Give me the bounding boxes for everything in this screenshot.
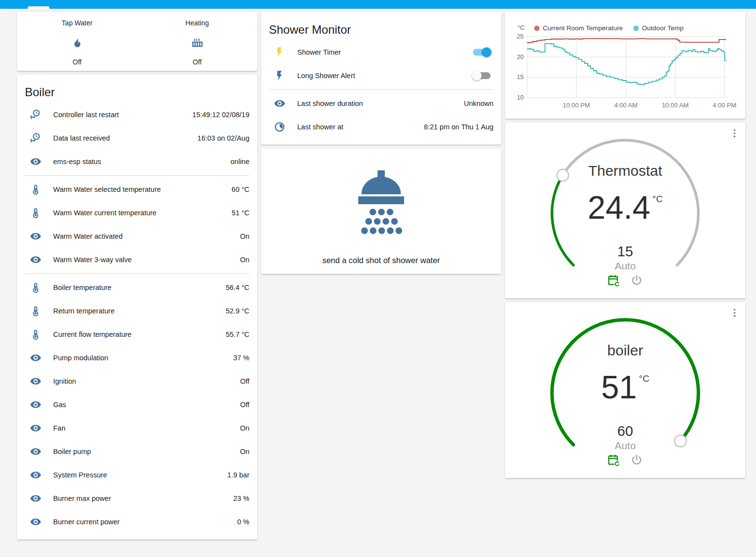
entity-value: 60 °C [232, 186, 249, 193]
x-tick-label: 10:00 AM [662, 102, 689, 109]
glance-item-tap-water[interactable]: Tap WaterOff [17, 19, 137, 66]
toggle-shower-timer[interactable] [473, 49, 490, 56]
entity-label: Ignition [53, 377, 240, 385]
glance-card: Tap WaterOffHeatingOff [17, 12, 257, 71]
radiator-icon [191, 37, 204, 49]
divider [25, 273, 249, 274]
entity-row-pump-modulation[interactable]: Pump modulation37 % [25, 346, 249, 370]
entity-label: Data last received [53, 134, 198, 142]
divider [25, 175, 249, 176]
toggle-long-shower-alert[interactable] [473, 72, 490, 79]
eye-icon [30, 422, 41, 434]
entity-row-last-shower-duration[interactable]: Last shower durationUnknown [269, 92, 493, 115]
y-axis-unit-label: °C [517, 24, 525, 31]
boiler-entity-rows: Controller last restart15:49:12 02/08/19… [17, 101, 257, 539]
power-icon[interactable] [630, 274, 643, 287]
entity-row-warm-water-current-temperature[interactable]: Warm Water current temperature51 °C [25, 201, 249, 225]
x-tick-label: 10:00 PM [563, 102, 590, 109]
thermostat-card: Thermostat 24.4 °C 15 Auto [505, 123, 745, 298]
eye-icon [30, 493, 41, 504]
entity-row-long-shower-alert[interactable]: Long Shower Alert [269, 64, 493, 87]
entity-row-warm-water-activated[interactable]: Warm Water activatedOn [25, 225, 249, 248]
thermostat-target-temp: 15 [547, 244, 703, 260]
entity-row-last-shower-at[interactable]: Last shower at8:21 pm on Thu 1 Aug [269, 115, 493, 139]
boiler-current-temp: 51 [601, 367, 637, 409]
boiler-unit: °C [639, 373, 649, 384]
y-tick-label: 15 [517, 74, 524, 81]
entity-row-fan[interactable]: FanOn [25, 416, 249, 440]
entity-row-ignition[interactable]: IgnitionOff [25, 370, 249, 393]
legend-label: Current Room Temperature [543, 24, 623, 32]
entity-label: Warm Water 3-way valve [53, 256, 240, 264]
flash-icon [274, 70, 286, 82]
y-tick-label: 25 [517, 33, 524, 40]
shower-monitor-card: Shower Monitor Shower TimerLong Shower A… [261, 12, 501, 144]
y-tick-label: 10 [517, 94, 524, 101]
entity-value: 1.9 bar [227, 471, 249, 479]
thermometer-icon [30, 184, 41, 195]
shower-cold-shot-card[interactable]: send a cold shot of shower water [261, 148, 501, 274]
glance-item-heating[interactable]: HeatingOff [137, 19, 257, 66]
shower-monitor-title: Shower Monitor [261, 12, 501, 39]
toggle-knob[interactable] [482, 47, 491, 57]
series-line-outdoor-temp [527, 43, 726, 84]
entity-value: Off [240, 377, 249, 385]
entity-row-gas[interactable]: GasOff [25, 393, 249, 416]
entity-row-ems-esp-status[interactable]: ems-esp statusonline [25, 150, 249, 173]
eye-icon [30, 375, 41, 387]
entity-row-warm-water-3-way-valve[interactable]: Warm Water 3-way valveOn [25, 248, 249, 271]
entity-value: 37 % [233, 354, 249, 362]
entity-row-return-temperature[interactable]: Return temperature52.9 °C [25, 299, 249, 323]
entity-label: Long Shower Alert [297, 72, 473, 80]
toggle-knob[interactable] [472, 71, 482, 81]
entity-label: Gas [53, 401, 240, 409]
thermostat-current-temp: 24.4 [588, 187, 650, 229]
entity-label: Fan [53, 424, 240, 432]
entity-label: ems-esp status [53, 158, 230, 165]
entity-label: System Pressure [53, 471, 227, 479]
entity-row-burner-max-power[interactable]: Burner max power23 % [25, 487, 249, 510]
eye-icon [30, 516, 41, 528]
eye-icon [30, 230, 41, 242]
thermostat-unit: °C [653, 194, 663, 205]
more-options-icon[interactable] [729, 307, 740, 319]
entity-value: 56.4 °C [225, 284, 249, 291]
x-tick-label: 4:00 PM [713, 102, 736, 109]
entity-value: 52.9 °C [225, 307, 249, 315]
entity-label: Pump modulation [53, 354, 233, 362]
more-options-icon[interactable] [729, 127, 740, 139]
calendar-sync-icon[interactable] [607, 454, 620, 467]
entity-row-boiler-temperature[interactable]: Boiler temperature56.4 °C [25, 276, 249, 299]
boiler-target-temp: 60 [547, 423, 703, 439]
entity-row-warm-water-selected-temperature[interactable]: Warm Water selected temperature60 °C [25, 178, 249, 201]
entity-row-shower-timer[interactable]: Shower Timer [269, 41, 493, 64]
power-icon[interactable] [630, 454, 643, 467]
entity-value: On [240, 424, 249, 432]
divider [269, 89, 493, 90]
thermostat-title: Thermostat [547, 163, 703, 179]
fire-icon [71, 37, 83, 49]
entity-label: Current flow temperature [53, 330, 225, 338]
eye-icon [30, 156, 41, 167]
eye-icon [30, 446, 41, 457]
entity-row-current-flow-temperature[interactable]: Current flow temperature55.7 °C [25, 323, 249, 346]
entity-row-system-pressure[interactable]: System Pressure1.9 bar [25, 463, 249, 487]
legend-label: Outdoor Temp [642, 24, 683, 32]
entity-row-burner-current-power[interactable]: Burner current power0 % [25, 510, 249, 534]
entity-row-boiler-pump[interactable]: Boiler pumpOn [25, 440, 249, 463]
entity-label: Boiler pump [53, 448, 240, 455]
entity-row-controller-last-restart[interactable]: Controller last restart15:49:12 02/08/19 [25, 103, 249, 126]
entity-label: Warm Water activated [53, 232, 240, 240]
clock-start-icon [30, 132, 41, 144]
calendar-sync-icon[interactable] [607, 274, 620, 287]
entity-row-data-last-received[interactable]: Data last received16:03 on 02/Aug [25, 126, 249, 150]
y-tick-label: 20 [517, 54, 524, 61]
glance-label: Heating [185, 19, 209, 27]
x-tick-label: 4:00 AM [614, 102, 637, 109]
entity-value: 23 % [233, 495, 249, 502]
shower-action-label: send a cold shot of shower water [322, 256, 440, 265]
thermometer-icon [30, 207, 41, 219]
boiler-mode: Auto [547, 440, 703, 452]
entity-value: 8:21 pm on Thu 1 Aug [424, 123, 493, 131]
active-view-tab[interactable] [28, 6, 49, 9]
